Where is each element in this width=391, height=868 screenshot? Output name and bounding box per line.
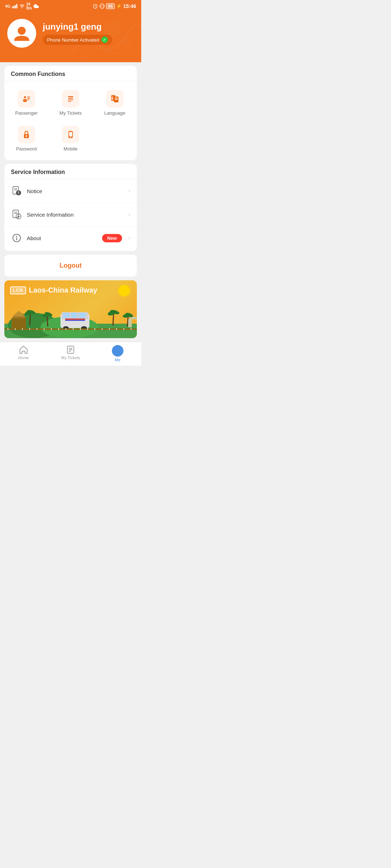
phone-badge: Phone Number Activated ✓ xyxy=(43,35,112,45)
svg-point-8 xyxy=(18,27,26,35)
nav-home[interactable]: Home xyxy=(13,345,34,362)
svg-point-43 xyxy=(16,236,17,237)
banner-title: Laos-China Railway xyxy=(29,286,97,294)
cloud-icon xyxy=(33,3,39,9)
nav-me[interactable]: Me xyxy=(107,345,129,362)
passenger-label: Passenger xyxy=(15,110,38,116)
signal-icon xyxy=(12,4,18,8)
password-label: Password xyxy=(16,146,37,152)
service-item-about[interactable]: About New › xyxy=(4,226,137,250)
about-chevron: › xyxy=(129,235,130,241)
svg-point-35 xyxy=(18,193,19,194)
wifi-icon xyxy=(19,4,25,8)
service-information-card: Service Information Notice › xyxy=(4,164,137,251)
passenger-icon xyxy=(21,94,31,104)
status-right: 85 ⚡ 15:46 xyxy=(92,3,136,9)
svg-rect-58 xyxy=(63,313,70,318)
notice-text: Notice xyxy=(27,188,124,194)
common-functions-card: Common Functions Passenger xyxy=(4,66,137,160)
svg-rect-14 xyxy=(27,99,29,100)
function-passenger[interactable]: Passenger xyxy=(4,85,49,121)
svg-marker-49 xyxy=(12,311,25,316)
service-item-notice[interactable]: Notice › xyxy=(4,179,137,203)
avatar-icon xyxy=(12,24,31,43)
banner-scene-illustration xyxy=(4,298,137,338)
svg-rect-11 xyxy=(23,99,27,102)
functions-grid: Passenger My Tickets xyxy=(4,81,137,160)
verified-checkmark: ✓ xyxy=(101,37,108,43)
bottom-nav: Home My Tickets Me xyxy=(0,342,141,366)
banner-content: LCR Laos-China Railway xyxy=(10,286,97,294)
my-tickets-icon-wrapper xyxy=(62,90,79,107)
nav-my-tickets[interactable]: My Tickets xyxy=(60,345,81,362)
language-label: Language xyxy=(104,110,125,116)
battery-level: 85 xyxy=(106,3,115,9)
mobile-label: Mobile xyxy=(64,146,77,152)
language-icon xyxy=(110,94,120,104)
network-indicator: 4G xyxy=(5,4,10,8)
profile-name: junying1 geng xyxy=(43,22,112,32)
me-nav-avatar xyxy=(112,345,123,357)
svg-point-32 xyxy=(70,137,71,138)
my-tickets-label: My Tickets xyxy=(59,110,81,116)
data-speed: 24B/s xyxy=(26,2,32,10)
profile-info: junying1 geng Phone Number Activated ✓ xyxy=(43,22,112,45)
lcr-logo: LCR xyxy=(10,286,26,294)
language-icon-wrapper xyxy=(106,90,123,107)
function-language[interactable]: Language xyxy=(93,85,137,121)
my-tickets-nav-icon xyxy=(66,345,75,354)
svg-rect-97 xyxy=(69,351,71,352)
mobile-icon-wrapper xyxy=(62,126,79,143)
svg-rect-40 xyxy=(14,212,17,212)
service-info-icon xyxy=(11,209,22,220)
svg-point-10 xyxy=(24,96,26,98)
svg-rect-12 xyxy=(27,97,30,97)
svg-point-98 xyxy=(116,348,119,351)
logout-card[interactable]: Logout xyxy=(4,255,137,277)
notice-svg-icon xyxy=(12,186,22,196)
new-badge: New xyxy=(102,234,122,242)
notice-icon xyxy=(11,185,22,197)
phone-badge-text: Phone Number Activated xyxy=(47,37,99,43)
svg-rect-74 xyxy=(4,328,137,330)
function-mobile[interactable]: Mobile xyxy=(49,121,93,157)
svg-rect-1 xyxy=(13,6,14,8)
svg-rect-5 xyxy=(101,4,103,9)
time: 15:46 xyxy=(123,3,136,9)
svg-rect-59 xyxy=(71,313,77,318)
svg-rect-47 xyxy=(12,318,26,329)
my-tickets-nav-label: My Tickets xyxy=(61,356,80,360)
mobile-icon xyxy=(66,129,76,140)
notice-chevron: › xyxy=(129,188,130,194)
common-functions-title: Common Functions xyxy=(4,66,137,81)
home-nav-label: Home xyxy=(18,356,29,360)
svg-rect-41 xyxy=(14,213,17,214)
me-nav-label: Me xyxy=(115,358,120,362)
svg-rect-95 xyxy=(69,348,72,349)
me-nav-icon xyxy=(114,347,121,354)
lcr-banner[interactable]: LCR Laos-China Railway xyxy=(4,280,137,338)
logout-button[interactable]: Logout xyxy=(60,262,82,269)
status-left: 4G 24B/s xyxy=(5,2,39,10)
svg-rect-16 xyxy=(68,96,73,97)
svg-rect-37 xyxy=(14,190,17,190)
function-password[interactable]: Password xyxy=(4,121,49,157)
home-nav-icon xyxy=(19,345,28,354)
function-my-tickets[interactable]: My Tickets xyxy=(49,85,93,121)
service-info-chevron: › xyxy=(129,211,130,218)
svg-rect-2 xyxy=(15,5,16,8)
profile-header: junying1 geng Phone Number Activated ✓ xyxy=(0,12,141,62)
vibrate-icon xyxy=(100,3,105,9)
svg-rect-19 xyxy=(68,101,71,102)
svg-rect-31 xyxy=(69,132,72,136)
svg-rect-0 xyxy=(12,7,13,8)
avatar[interactable] xyxy=(7,19,36,48)
service-item-service-info[interactable]: Service Information › xyxy=(4,203,137,226)
svg-rect-24 xyxy=(115,99,118,100)
svg-point-7 xyxy=(119,34,130,45)
password-icon xyxy=(21,129,31,140)
service-information-title: Service Information xyxy=(4,164,137,179)
about-text: About xyxy=(27,235,98,241)
svg-rect-23 xyxy=(115,98,118,98)
about-icon xyxy=(11,232,22,244)
